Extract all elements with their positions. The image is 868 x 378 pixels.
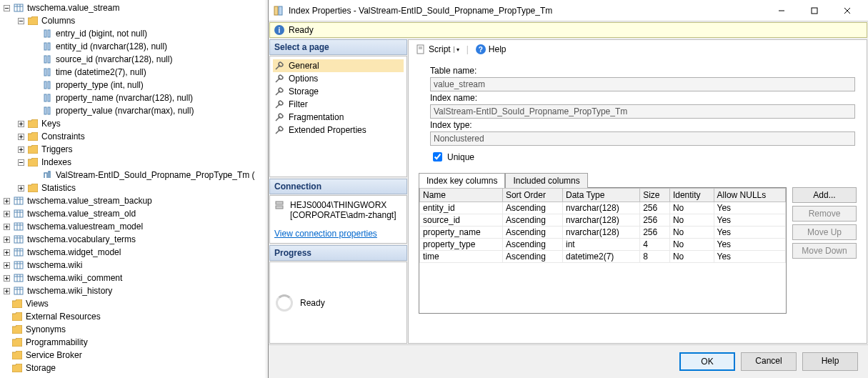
tree-node-triggers[interactable]: Triggers bbox=[0, 143, 268, 156]
svg-rect-98 bbox=[276, 202, 283, 204]
page-item-options[interactable]: Options bbox=[273, 72, 404, 85]
tree-node-table[interactable]: twschema.value_stream bbox=[0, 1, 268, 14]
tab-included-columns[interactable]: Included columns bbox=[505, 173, 587, 188]
dialog-titlebar[interactable]: Index Properties - ValStream-EntID_SouId… bbox=[269, 0, 868, 21]
svg-rect-53 bbox=[14, 223, 23, 230]
index-type-label: Index type: bbox=[430, 120, 855, 130]
tree-node-column[interactable]: time (datetime2(7), null) bbox=[0, 66, 268, 79]
column-header[interactable]: Sort Order bbox=[502, 189, 562, 202]
svg-rect-9 bbox=[48, 30, 50, 37]
svg-rect-21 bbox=[48, 107, 50, 114]
expand-icon[interactable] bbox=[1, 222, 11, 232]
tree-node-column[interactable]: source_id (nvarchar(128), null) bbox=[0, 53, 268, 66]
tree-node-keys[interactable]: Keys bbox=[0, 117, 268, 130]
expand-icon[interactable] bbox=[1, 286, 11, 296]
expand-icon[interactable] bbox=[1, 273, 11, 283]
expand-icon[interactable] bbox=[16, 144, 26, 154]
object-explorer-tree[interactable]: twschema.value_stream Columns entry_id (… bbox=[0, 0, 268, 378]
column-header[interactable]: Data Type bbox=[562, 189, 639, 202]
expand-icon[interactable] bbox=[16, 119, 26, 129]
column-header[interactable]: Allow NULLs bbox=[714, 189, 785, 202]
folder-icon bbox=[27, 144, 39, 155]
tree-node-folder[interactable]: Service Broker bbox=[0, 349, 268, 362]
tree-node-folder[interactable]: Storage bbox=[0, 362, 268, 374]
tree-node-column[interactable]: property_value (nvarchar(max), null) bbox=[0, 104, 268, 117]
expand-icon[interactable] bbox=[1, 247, 11, 257]
column-header[interactable]: Identity bbox=[669, 189, 714, 202]
tree-node-table[interactable]: twschema.vocabulary_terms bbox=[0, 233, 268, 246]
expand-icon[interactable] bbox=[16, 131, 26, 141]
expand-icon[interactable] bbox=[1, 196, 11, 206]
script-button[interactable]: Script ▾ bbox=[413, 43, 462, 56]
table-row[interactable]: property_typeAscendingint4NoYes bbox=[420, 239, 786, 251]
tree-node-table[interactable]: twschema.valuestream_model bbox=[0, 220, 268, 233]
unique-checkbox[interactable]: Unique bbox=[430, 150, 855, 164]
column-header[interactable]: Name bbox=[420, 189, 503, 202]
column-icon bbox=[41, 105, 53, 116]
spinner-icon bbox=[276, 294, 293, 312]
table-row[interactable]: source_idAscendingnvarchar(128)256NoYes bbox=[420, 214, 786, 227]
folder-icon bbox=[27, 15, 39, 26]
ok-button[interactable]: OK bbox=[679, 352, 735, 371]
svg-rect-10 bbox=[44, 43, 46, 50]
table-row[interactable]: entity_idAscendingnvarchar(128)256NoYes bbox=[420, 202, 786, 214]
add-button[interactable]: Add... bbox=[792, 187, 857, 203]
chevron-down-icon[interactable]: ▾ bbox=[454, 46, 459, 53]
help-button-bottom[interactable]: Help bbox=[802, 352, 858, 371]
table-row[interactable]: timeAscendingdatetime2(7)8NoYes bbox=[420, 251, 786, 263]
tree-node-folder[interactable]: Views bbox=[0, 297, 268, 310]
collapse-icon[interactable] bbox=[1, 3, 11, 13]
page-item-general[interactable]: General bbox=[273, 59, 404, 72]
tree-node-indexes[interactable]: Indexes bbox=[0, 156, 268, 169]
close-button[interactable] bbox=[831, 0, 864, 21]
wrench-icon bbox=[274, 86, 284, 96]
tab-index-key-columns[interactable]: Index key columns bbox=[419, 173, 505, 188]
tree-node-statistics[interactable]: Statistics bbox=[0, 181, 268, 194]
column-icon bbox=[41, 41, 53, 52]
columns-grid[interactable]: NameSort OrderData TypeSizeIdentityAllow… bbox=[419, 187, 787, 314]
tree-node-column[interactable]: entry_id (bigint, not null) bbox=[0, 27, 268, 40]
column-header[interactable]: Size bbox=[640, 189, 670, 202]
index-form: Table name: value_stream Index name: Val… bbox=[409, 59, 867, 166]
help-button[interactable]: ? Help bbox=[473, 43, 509, 56]
tree-node-table[interactable]: twschema.wiki_history bbox=[0, 284, 268, 297]
column-icon bbox=[41, 66, 53, 78]
expand-icon[interactable] bbox=[1, 209, 11, 219]
tree-node-table[interactable]: twschema.widget_model bbox=[0, 246, 268, 259]
page-item-extended-properties[interactable]: Extended Properties bbox=[273, 124, 404, 136]
wrench-icon bbox=[274, 125, 284, 135]
tree-node-table[interactable]: twschema.value_stream_backup bbox=[0, 194, 268, 207]
tree-node-table[interactable]: twschema.value_stream_old bbox=[0, 207, 268, 220]
tree-node-folder[interactable]: Synonyms bbox=[0, 323, 268, 336]
page-item-fragmentation[interactable]: Fragmentation bbox=[273, 111, 404, 124]
expand-icon[interactable] bbox=[1, 234, 11, 244]
tree-node-column[interactable]: property_type (int, null) bbox=[0, 79, 268, 91]
tree-node-column[interactable]: entity_id (nvarchar(128), null) bbox=[0, 40, 268, 53]
expand-icon[interactable] bbox=[1, 260, 11, 270]
cancel-button[interactable]: Cancel bbox=[741, 352, 797, 371]
tree-node-constraints[interactable]: Constraints bbox=[0, 130, 268, 143]
tree-node-folder[interactable]: External Resources bbox=[0, 310, 268, 323]
svg-rect-88 bbox=[14, 287, 23, 294]
page-item-storage[interactable]: Storage bbox=[273, 85, 404, 98]
table-icon bbox=[13, 234, 24, 245]
tree-node-table[interactable]: twschema.wiki_comment bbox=[0, 272, 268, 284]
tree-node-column[interactable]: property_name (nvarchar(128), null) bbox=[0, 91, 268, 104]
maximize-button[interactable] bbox=[798, 0, 831, 21]
collapse-icon[interactable] bbox=[16, 16, 26, 26]
table-icon bbox=[13, 247, 24, 258]
collapse-icon[interactable] bbox=[16, 157, 26, 167]
minimize-button[interactable] bbox=[765, 0, 798, 21]
tree-node-index-item[interactable]: ValStream-EntID_SouId_Propname_PropType_… bbox=[0, 169, 268, 181]
tree-node-folder[interactable]: Programmability bbox=[0, 336, 268, 349]
tree-node-columns[interactable]: Columns bbox=[0, 14, 268, 27]
svg-rect-17 bbox=[48, 81, 50, 89]
tree-node-table[interactable]: twschema.wiki bbox=[0, 259, 268, 272]
page-item-filter[interactable]: Filter bbox=[273, 98, 404, 111]
view-connection-link[interactable]: View connection properties bbox=[274, 229, 377, 239]
table-row[interactable]: property_nameAscendingnvarchar(128)256No… bbox=[420, 227, 786, 239]
expand-icon[interactable] bbox=[16, 183, 26, 193]
svg-rect-99 bbox=[276, 206, 283, 209]
svg-rect-74 bbox=[14, 262, 23, 269]
index-name-label: Index name: bbox=[430, 93, 855, 103]
